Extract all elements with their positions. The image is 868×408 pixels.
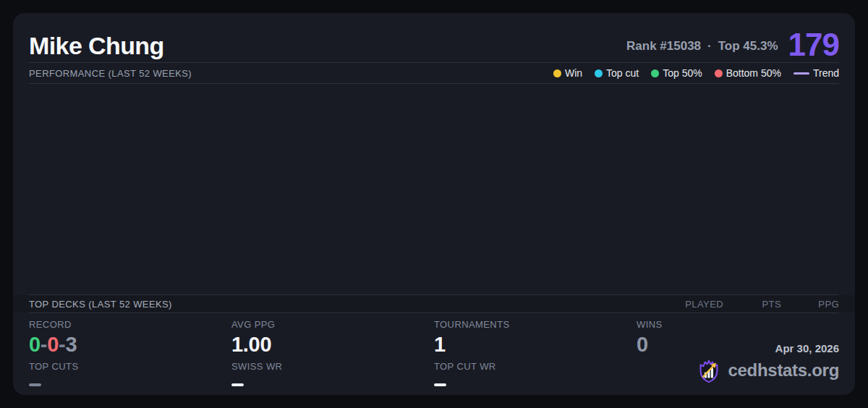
- record-draws: 3: [65, 333, 77, 356]
- tournaments-value: 1: [434, 333, 637, 356]
- top-cuts-empty-value: [29, 383, 41, 386]
- performance-section-title: PERFORMANCE (LAST 52 WEEKS): [29, 68, 192, 79]
- record-value: 0-0-3: [29, 333, 231, 356]
- stat-label: AVG PPG: [231, 319, 434, 331]
- legend-item-top-cut: Top cut: [595, 67, 639, 79]
- stat-avg-ppg: AVG PPG 1.00: [231, 319, 434, 356]
- swiss-wr-empty-value: [231, 383, 244, 386]
- legend-label: Top 50%: [663, 67, 702, 79]
- stat-swiss-wr: SWISS WR: [231, 361, 434, 386]
- legend-item-trend: Trend: [793, 67, 839, 79]
- cedhstats-shield-logo-icon: [695, 357, 723, 384]
- stat-label: TOURNAMENTS: [434, 319, 637, 331]
- stat-label: TOP CUT WR: [434, 361, 637, 373]
- legend-label: Bottom 50%: [726, 67, 781, 79]
- win-dot-icon: [553, 69, 561, 77]
- top-percent-text: Top 45.3%: [718, 39, 778, 54]
- column-header-pts: PTS: [723, 299, 781, 310]
- stat-label: WINS: [637, 319, 839, 331]
- stat-label: SWISS WR: [231, 361, 434, 373]
- performance-chart-area: [13, 84, 855, 294]
- top-cut-wr-empty-value: [434, 383, 446, 386]
- top-50-dot-icon: [651, 69, 659, 77]
- performance-header-row: PERFORMANCE (LAST 52 WEEKS) Win Top cut …: [13, 63, 855, 83]
- generated-date: Apr 30, 2026: [695, 342, 839, 354]
- column-header-ppg: PPG: [781, 299, 839, 310]
- legend-label: Win: [565, 67, 582, 79]
- stat-label: RECORD: [29, 319, 231, 331]
- stat-label: TOP CUTS: [29, 361, 231, 373]
- legend-label: Trend: [813, 67, 839, 79]
- stat-tournaments: TOURNAMENTS 1: [434, 319, 637, 356]
- avg-ppg-value: 1.00: [231, 333, 434, 356]
- chart-legend: Win Top cut Top 50% Bottom 50% Trend: [553, 67, 839, 79]
- record-losses: 0: [47, 333, 59, 356]
- card-header: Mike Chung Rank #15038 · Top 45.3% 179: [13, 13, 855, 62]
- trend-line-icon: [793, 72, 809, 75]
- legend-label: Top cut: [606, 67, 639, 79]
- site-name: cedhstats.org: [728, 360, 839, 381]
- bottom-50-dot-icon: [715, 69, 723, 77]
- rank-line: Rank #15038 · Top 45.3%: [626, 39, 778, 61]
- stat-top-cut-wr: TOP CUT WR: [434, 361, 637, 386]
- card-footer: Apr 30, 2026 cedhstats.org: [695, 342, 839, 384]
- rank-separator-dot: ·: [707, 39, 712, 54]
- record-wins: 0: [29, 333, 41, 356]
- site-branding[interactable]: cedhstats.org: [695, 357, 839, 384]
- top-decks-column-headers: PLAYED PTS PPG: [665, 299, 839, 310]
- rank-text: Rank #15038: [626, 39, 701, 54]
- player-stats-card: Mike Chung Rank #15038 · Top 45.3% 179 P…: [13, 13, 855, 395]
- player-name: Mike Chung: [29, 29, 164, 62]
- legend-item-top-50: Top 50%: [651, 67, 702, 79]
- top-decks-header-row: TOP DECKS (LAST 52 WEEKS) PLAYED PTS PPG: [13, 295, 855, 313]
- stat-top-cuts: TOP CUTS: [29, 361, 231, 386]
- column-header-played: PLAYED: [665, 299, 723, 310]
- player-score: 179: [788, 29, 839, 61]
- legend-item-win: Win: [553, 67, 582, 79]
- legend-item-bottom-50: Bottom 50%: [715, 67, 781, 79]
- top-decks-title: TOP DECKS (LAST 52 WEEKS): [29, 299, 172, 310]
- rank-summary: Rank #15038 · Top 45.3% 179: [626, 29, 839, 62]
- stat-record: RECORD 0-0-3: [29, 319, 231, 356]
- top-cut-dot-icon: [595, 69, 603, 77]
